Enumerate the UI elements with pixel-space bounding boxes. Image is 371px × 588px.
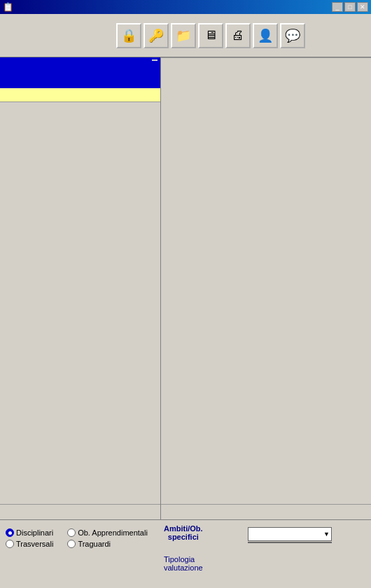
radio-ob-appr[interactable]: Ob. Apprendimentali bbox=[67, 528, 148, 537]
close-button[interactable]: ✕ bbox=[357, 2, 368, 12]
filter-select[interactable]: ▼ bbox=[248, 527, 332, 541]
grades-body bbox=[161, 58, 371, 504]
person-button[interactable]: 👤 bbox=[253, 23, 278, 48]
radio-label-trasversali: Trasversali bbox=[16, 540, 53, 548]
class-header bbox=[0, 57, 160, 88]
radio-circle-ob-appr[interactable] bbox=[67, 528, 76, 537]
student-list bbox=[0, 102, 160, 504]
radio-traguardi[interactable]: Traguardi bbox=[67, 540, 111, 548]
planning-section: Disciplinari Ob. Apprendimentali Trasver… bbox=[0, 520, 161, 588]
window-controls[interactable]: _ □ ✕ bbox=[332, 2, 368, 12]
key-button[interactable]: 🔑 bbox=[144, 23, 169, 48]
print-button[interactable]: 🖨 bbox=[225, 23, 251, 48]
toolbar-buttons[interactable]: 🔒 🔑 📁 🖥 🖨 👤 💬 bbox=[116, 23, 305, 48]
radio-label-traguardi: Traguardi bbox=[78, 540, 111, 548]
ambiti-label: Ambiti/Ob.specifici bbox=[164, 524, 203, 541]
minimize-button[interactable]: _ bbox=[332, 2, 343, 12]
left-panel bbox=[0, 57, 161, 519]
toolbar: 🔒 🔑 📁 🖥 🖨 👤 💬 bbox=[0, 14, 371, 57]
radio-circle-trasversali[interactable] bbox=[6, 540, 14, 548]
tot-ore bbox=[0, 88, 160, 102]
monitor-button[interactable]: 🖥 bbox=[198, 23, 223, 48]
app-icon: 📋 bbox=[3, 2, 13, 12]
filter-section: ▼ bbox=[245, 520, 371, 588]
grades-avg-row bbox=[161, 504, 371, 519]
radio-circle-disciplinari[interactable] bbox=[6, 528, 14, 537]
main-area bbox=[0, 57, 371, 519]
dropdown-list bbox=[248, 542, 332, 543]
header-info bbox=[1, 34, 113, 37]
radio-circle-traguardi[interactable] bbox=[67, 540, 76, 548]
radio-label-ob-appr: Ob. Apprendimentali bbox=[78, 528, 148, 537]
bottom-area: Disciplinari Ob. Apprendimentali Trasver… bbox=[0, 519, 371, 588]
radio-disciplinari[interactable]: Disciplinari bbox=[6, 528, 53, 537]
chat-button[interactable]: 💬 bbox=[280, 23, 305, 48]
class-avg-row bbox=[0, 504, 160, 519]
lock-button[interactable]: 🔒 bbox=[116, 23, 141, 48]
right-panel bbox=[161, 57, 371, 519]
radio-label-disciplinari: Disciplinari bbox=[16, 528, 53, 537]
folder-button[interactable]: 📁 bbox=[171, 23, 196, 48]
tipologia-label: Tipologiavalutazione bbox=[164, 555, 203, 572]
filter-dropdown-arrow[interactable]: ▼ bbox=[323, 531, 330, 538]
radio-group: Disciplinari Ob. Apprendimentali Trasver… bbox=[6, 528, 155, 548]
radio-trasversali[interactable]: Trasversali bbox=[6, 540, 53, 548]
maximize-button[interactable]: □ bbox=[344, 2, 356, 12]
media-label bbox=[152, 59, 158, 61]
ambiti-section: Ambiti/Ob.specifici Tipologiavalutazione bbox=[161, 520, 245, 588]
title-bar: 📋 _ □ ✕ bbox=[0, 0, 371, 14]
